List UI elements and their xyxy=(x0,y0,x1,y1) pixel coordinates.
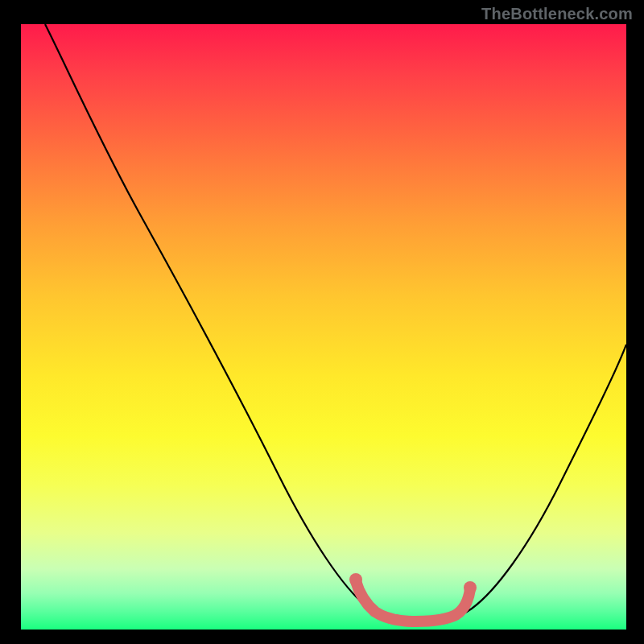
flat-zone-marker xyxy=(356,581,470,621)
chart-container: TheBottleneck.com xyxy=(0,0,644,644)
curve-layer xyxy=(21,24,626,630)
bottleneck-curve xyxy=(45,24,626,623)
watermark-text: TheBottleneck.com xyxy=(481,5,633,23)
marker-start-dot xyxy=(349,573,362,586)
marker-end-dot xyxy=(464,581,477,594)
plot-area xyxy=(21,24,626,630)
